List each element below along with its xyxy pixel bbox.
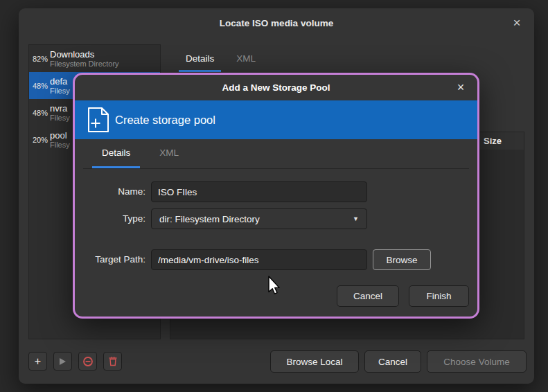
trash-icon [108,356,118,366]
dialog-tab-details[interactable]: Details [92,139,140,168]
pool-usage-percent: 48% [29,109,50,117]
target-path-label: Target Path: [75,254,145,265]
add-storage-pool-dialog: Add a New Storage Pool × Create storage … [73,73,479,319]
chevron-down-icon: ▼ [353,215,359,222]
finish-button[interactable]: Finish [409,285,469,307]
pool-usage-percent: 20% [29,136,50,144]
type-dropdown-value: dir: Filesystem Directory [159,214,260,224]
play-icon [60,358,66,365]
column-header-size[interactable]: Size [484,136,502,146]
pool-type: Filesy [50,87,70,96]
dialog-titlebar: Add a New Storage Pool [75,75,477,100]
pool-name: Downloads [50,49,119,60]
pool-name: defa [50,76,70,87]
dialog-close-icon[interactable]: × [453,80,468,95]
stop-pool-button[interactable] [78,352,97,371]
add-pool-button[interactable]: + [28,352,47,371]
pool-name: nvra [50,103,70,114]
pool-usage-percent: 48% [29,82,50,90]
dialog-cancel-button[interactable]: Cancel [337,285,399,307]
delete-pool-button[interactable] [103,352,122,371]
type-dropdown[interactable]: dir: Filesystem Directory ▼ [151,208,367,229]
banner-title: Create storage pool [115,100,215,139]
start-pool-button[interactable] [53,352,72,371]
pool-type: Filesystem Directory [50,60,119,69]
dialog-tab-xml[interactable]: XML [150,139,188,168]
dialog-title: Add a New Storage Pool [222,82,330,93]
dialog-tabs: Details XML [83,139,469,169]
target-path-field[interactable] [151,249,367,270]
window-close-icon[interactable]: × [509,15,524,30]
new-document-icon [87,107,110,133]
plus-icon: + [35,355,41,368]
pool-detail-tabs: Details XML [179,48,263,72]
type-label: Type: [75,213,145,224]
tab-xml[interactable]: XML [229,48,263,72]
cancel-button[interactable]: Cancel [364,350,421,373]
window-titlebar: Locate ISO media volume [19,8,534,37]
name-label: Name: [75,186,145,197]
pool-type: Filesy [50,141,70,150]
window-title: Locate ISO media volume [220,18,333,28]
create-pool-banner: Create storage pool [75,100,477,139]
pool-row-downloads[interactable]: 82% Downloads Filesystem Directory [29,45,160,72]
pool-name: pool [50,130,70,141]
browse-local-button[interactable]: Browse Local [270,350,359,373]
choose-volume-button[interactable]: Choose Volume [427,350,527,373]
pool-type: Filesy [50,114,70,123]
pool-usage-percent: 82% [29,55,50,63]
stop-circle-icon [82,356,94,367]
tab-details[interactable]: Details [179,48,221,72]
name-field[interactable] [151,181,367,202]
browse-button[interactable]: Browse [373,249,431,270]
